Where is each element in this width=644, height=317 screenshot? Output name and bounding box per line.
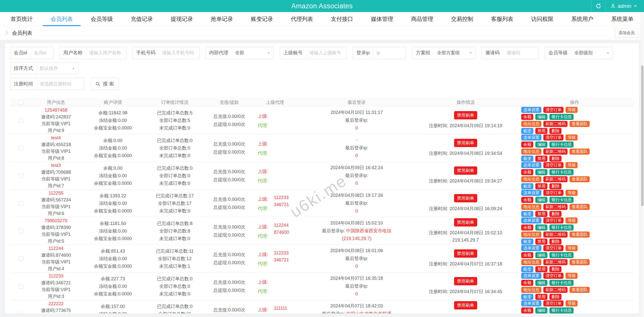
action-account-change-button[interactable]: 账变 (521, 156, 533, 162)
action-balance-button[interactable]: 余额 (521, 169, 533, 175)
action-view-team-button[interactable]: 查看团队 (570, 149, 590, 155)
action-account-change-button[interactable]: 账变 (521, 183, 533, 189)
action-address-info-button[interactable]: 地址信息 (521, 149, 541, 155)
action-level-button[interactable]: 等级 (566, 162, 578, 168)
action-account-change-button[interactable]: 账变 (521, 211, 533, 217)
action-account-change-button[interactable]: 账变 (521, 128, 533, 134)
member-id-input[interactable] (31, 47, 53, 58)
action-view-team-button[interactable]: 查看团队 (570, 176, 590, 182)
action-balance-button[interactable]: 余额 (521, 142, 533, 148)
action-bank-card-info-button[interactable]: 银行卡信息 (549, 307, 574, 313)
action-level-button[interactable]: 等级 (566, 217, 578, 223)
disable-brushing-button[interactable]: 禁用刷单 (454, 249, 477, 258)
action-disable-button[interactable]: 禁用 (535, 156, 547, 162)
action-level-button[interactable]: 等级 (566, 190, 578, 196)
nav-tab[interactable]: 提现记录 (169, 12, 195, 26)
action-bank-card-info-button[interactable]: 银行卡信息 (549, 252, 574, 258)
row-checkbox[interactable] (19, 229, 23, 233)
row-checkbox[interactable] (19, 118, 23, 123)
refresh-button[interactable] (591, 0, 606, 12)
action-edit-button[interactable]: 编辑 (535, 142, 547, 148)
nav-tab[interactable]: 会员等级 (89, 12, 115, 26)
action-refresh-qrcode-button[interactable]: 刷新二维码 (543, 176, 568, 182)
disable-brushing-button[interactable]: 禁用刷单 (454, 166, 477, 175)
action-clear-orders-button[interactable]: 清空订单 (543, 134, 564, 141)
action-disable-button[interactable]: 禁用 (535, 128, 547, 134)
action-chain-order-settings-button[interactable]: 连单设置 (521, 273, 541, 279)
row-checkbox[interactable] (19, 312, 23, 314)
action-level-button[interactable]: 等级 (566, 245, 578, 251)
action-refresh-qrcode-button[interactable]: 刷新二维码 (543, 204, 568, 210)
nav-tab[interactable]: 代理列表 (289, 12, 315, 26)
action-delete-button[interactable]: 删除 (549, 266, 561, 272)
action-address-info-button[interactable]: 地址信息 (521, 121, 541, 127)
action-chain-order-settings-button[interactable]: 连单设置 (521, 217, 541, 223)
nav-tab[interactable]: 首页统计 (9, 12, 35, 26)
action-level-button[interactable]: 等级 (566, 134, 578, 141)
filter-member-level-select[interactable]: 会员等级 全部级别 ▼ (545, 47, 613, 59)
upline-account-input[interactable] (306, 47, 346, 58)
disable-brushing-button[interactable]: 禁用刷单 (454, 194, 477, 202)
disable-brushing-button[interactable]: 禁用刷单 (454, 111, 477, 119)
action-view-team-button[interactable]: 查看团队 (570, 121, 590, 127)
action-level-button[interactable]: 等级 (566, 107, 578, 113)
filter-plan-group-select[interactable]: 方案组 全部方案组 ▼ (412, 47, 475, 59)
scrollbar-thumb[interactable] (641, 65, 643, 206)
action-disable-button[interactable]: 禁用 (535, 239, 547, 245)
action-view-team-button[interactable]: 查看团队 (570, 287, 590, 293)
row-checkbox[interactable] (19, 173, 23, 178)
disable-brushing-button[interactable]: 禁用刷单 (454, 301, 477, 309)
action-account-change-button[interactable]: 账变 (521, 294, 533, 300)
nav-tab[interactable]: 系统菜单 (609, 12, 635, 26)
action-disable-button[interactable]: 禁用 (535, 211, 547, 217)
action-bank-card-info-button[interactable]: 银行卡信息 (549, 169, 574, 175)
add-member-button[interactable]: 添加会员 (615, 28, 638, 38)
action-delete-button[interactable]: 删除 (549, 156, 561, 162)
action-view-team-button[interactable]: 查看团队 (570, 204, 590, 210)
action-clear-orders-button[interactable]: 清空订单 (543, 190, 564, 196)
row-checkbox[interactable] (19, 146, 23, 150)
nav-tab[interactable]: 账变记录 (249, 12, 275, 26)
action-edit-button[interactable]: 编辑 (535, 224, 547, 231)
disable-brushing-button[interactable]: 禁用刷单 (454, 277, 477, 285)
action-edit-button[interactable]: 编辑 (535, 307, 547, 313)
username-input[interactable] (86, 47, 126, 58)
action-balance-button[interactable]: 余额 (521, 224, 533, 231)
nav-tab[interactable]: 充值记录 (129, 12, 155, 26)
nav-tab[interactable]: 系统用户 (569, 12, 595, 26)
action-edit-button[interactable]: 编辑 (535, 197, 547, 203)
action-bank-card-info-button[interactable]: 银行卡信息 (549, 280, 574, 286)
action-address-info-button[interactable]: 地址信息 (521, 204, 541, 210)
action-balance-button[interactable]: 余额 (521, 280, 533, 286)
username-link[interactable]: test3 (51, 162, 61, 169)
reg-time-input[interactable] (36, 78, 84, 89)
action-clear-orders-button[interactable]: 清空订单 (543, 273, 564, 279)
action-disable-button[interactable]: 禁用 (535, 294, 547, 300)
action-address-info-button[interactable]: 地址信息 (521, 232, 541, 238)
action-edit-button[interactable]: 编辑 (535, 252, 547, 258)
row-checkbox[interactable] (19, 284, 23, 289)
action-balance-button[interactable]: 余额 (521, 252, 533, 258)
filter-internal-agent-select[interactable]: 内部代理 全部 ▼ (206, 47, 274, 59)
username-link[interactable]: 112255 (49, 190, 63, 197)
action-edit-button[interactable]: 编辑 (535, 169, 547, 175)
username-link[interactable]: 222222 (49, 300, 64, 307)
username-link[interactable]: test4 (51, 134, 61, 141)
nav-tab[interactable]: 客服列表 (489, 12, 515, 26)
action-disable-button[interactable]: 禁用 (535, 266, 547, 272)
action-refresh-qrcode-button[interactable]: 刷新二维码 (543, 287, 568, 293)
action-account-change-button[interactable]: 账变 (521, 239, 533, 245)
action-level-button[interactable]: 等级 (566, 300, 578, 306)
phone-input[interactable] (159, 47, 199, 58)
action-balance-button[interactable]: 余额 (521, 307, 533, 313)
disable-brushing-button[interactable]: 禁用刷单 (454, 139, 477, 147)
action-refresh-qrcode-button[interactable]: 刷新二维码 (543, 259, 568, 265)
action-delete-button[interactable]: 删除 (549, 183, 561, 189)
nav-tab[interactable]: 媒体管理 (369, 12, 395, 26)
action-view-team-button[interactable]: 查看团队 (570, 259, 590, 265)
action-chain-order-settings-button[interactable]: 连单设置 (521, 300, 541, 306)
user-menu[interactable]: admin (606, 3, 642, 9)
nav-tab[interactable]: 会员列表 (49, 12, 75, 26)
action-account-change-button[interactable]: 账变 (521, 266, 533, 272)
action-disable-button[interactable]: 禁用 (535, 183, 547, 189)
